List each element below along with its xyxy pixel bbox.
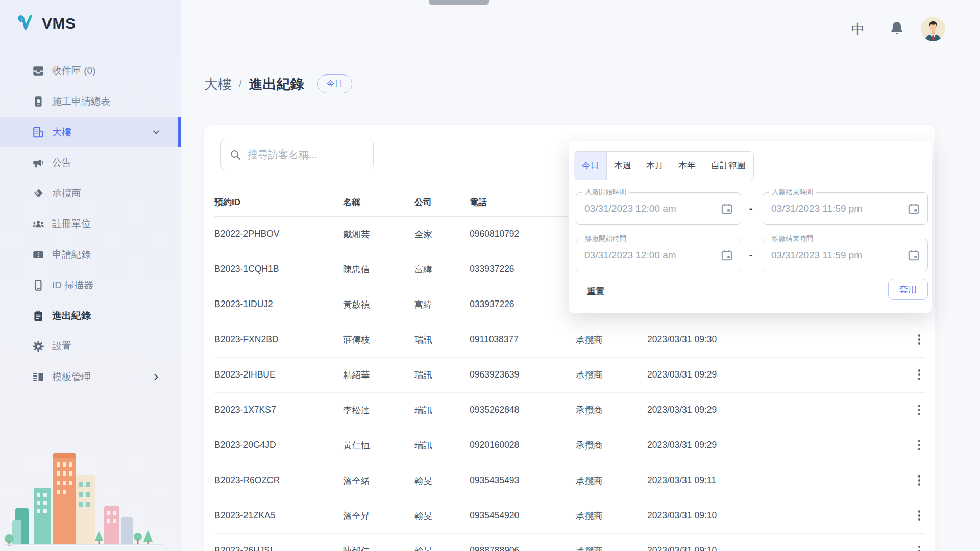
building-icon (32, 126, 45, 139)
col-name: 名稱 (343, 189, 414, 216)
col-reservation-id: 預約ID (214, 189, 343, 216)
row-actions-menu[interactable] (914, 333, 925, 346)
search-input[interactable] (248, 149, 365, 161)
row-actions-menu[interactable] (914, 368, 925, 382)
table-row: B2023-20G4JD黃仁恒瑞訊0920160028承攬商2023/03/31… (214, 428, 925, 463)
vms-app: VMS 收件匣 (0) 施工申請總表 大樓 公告 承攬商 (0, 0, 980, 551)
sidebar-item-announcements[interactable]: 公告 (0, 147, 181, 178)
handshake-icon (32, 187, 45, 200)
sidebar-item-construction-applications[interactable]: 施工申請總表 (0, 86, 181, 117)
exit-start-time-field[interactable]: 離廠開始時間 03/31/2023 12:00 am (576, 239, 741, 271)
table-row: B2023-FXN2BD莊傳枝瑞訊0911038377承攬商2023/03/31… (214, 322, 925, 357)
smartphone-icon (32, 279, 45, 292)
sidebar-item-access-records[interactable]: 進出紀錄 (0, 300, 181, 331)
page-header: 大樓 / 進出紀錄 今日 (204, 74, 352, 93)
brand-name: VMS (42, 15, 76, 32)
ticket-icon (32, 248, 45, 261)
tab-custom-range[interactable]: 自訂範圍 (703, 152, 753, 180)
sidebar-item-contractors[interactable]: 承攬商 (0, 178, 181, 209)
chevron-down-icon (151, 127, 161, 137)
calendar-icon[interactable] (720, 202, 733, 215)
sidebar-item-inbox[interactable]: 收件匣 (0) (0, 56, 181, 86)
vms-logo-icon (14, 13, 36, 34)
row-actions-menu[interactable] (914, 474, 925, 487)
sidebar-item-template-management[interactable]: 模板管理 (0, 362, 181, 392)
row-actions-menu[interactable] (914, 509, 925, 522)
breadcrumb-parent[interactable]: 大樓 (204, 75, 232, 93)
chevron-right-icon (151, 372, 161, 382)
inbox-icon (32, 64, 45, 78)
tab-this-year[interactable]: 本年 (671, 152, 703, 180)
apply-button[interactable]: 套用 (888, 279, 928, 300)
city-illustration (4, 444, 162, 551)
row-actions-menu[interactable] (914, 544, 925, 551)
col-company: 公司 (414, 189, 470, 216)
exit-end-time-field[interactable]: 離廠結束時間 03/31/2023 11:59 pm (763, 239, 928, 271)
table-row: B2023-R6OZCR溫全緒翰旻0935435493承攬商2023/03/31… (214, 463, 925, 498)
today-badge: 今日 (317, 74, 352, 93)
brand-logo: VMS (14, 13, 76, 34)
table-row: B2023-21ZKA5溫全昇翰旻0935454920承攬商2023/03/31… (214, 498, 925, 533)
construction-form-icon (32, 95, 45, 108)
entry-start-time-field[interactable]: 入廠開始時間 03/31/2023 12:00 am (576, 192, 741, 225)
row-actions-menu[interactable] (914, 439, 925, 452)
calendar-icon[interactable] (907, 248, 920, 262)
search-icon (229, 148, 241, 161)
entry-end-time-field[interactable]: 入廠結束時間 03/31/2023 11:59 pm (763, 192, 928, 225)
user-avatar[interactable] (921, 17, 945, 41)
visitor-search (220, 139, 374, 170)
language-button[interactable]: 中 (851, 20, 865, 38)
tab-today[interactable]: 今日 (574, 152, 607, 180)
col-phone: 電話 (470, 189, 576, 216)
calendar-icon[interactable] (907, 202, 920, 215)
table-row: B2023-2IHBUE粘紹華瑞訊0963923639承攬商2023/03/31… (214, 357, 925, 392)
table-row: B2023-1X7KS7李松達瑞訊0935262848承攬商2023/03/31… (214, 392, 925, 428)
notifications-bell-icon[interactable] (889, 20, 904, 36)
sidebar-nav: 收件匣 (0) 施工申請總表 大樓 公告 承攬商 註冊單位 (0, 56, 181, 392)
sidebar: VMS 收件匣 (0) 施工申請總表 大樓 公告 承攬商 (0, 0, 181, 551)
calendar-icon[interactable] (720, 248, 733, 262)
scrollbar-thumb-artifact (429, 0, 489, 5)
breadcrumb-separator: / (239, 78, 242, 90)
template-icon (32, 370, 45, 384)
gear-icon (32, 340, 45, 353)
date-filter-popup: 今日 本週 本月 本年 自訂範圍 入廠開始時間 03/31/2023 12:00… (569, 141, 932, 313)
range-dash: - (746, 249, 756, 261)
sidebar-item-application-records[interactable]: 申請紀錄 (0, 239, 181, 270)
reset-button[interactable]: 重置 (587, 286, 604, 297)
sidebar-item-settings[interactable]: 設置 (0, 331, 181, 362)
row-actions-menu[interactable] (914, 404, 925, 417)
people-group-icon (32, 217, 45, 231)
sidebar-item-building[interactable]: 大樓 (0, 117, 181, 147)
table-row: B2023-26HJSL陳郁仁翰旻0988788906承攬商2023/03/31… (214, 533, 925, 551)
range-dash: - (746, 203, 756, 214)
filter-range-tabs: 今日 本週 本月 本年 自訂範圍 (574, 151, 754, 180)
sidebar-item-registered-units[interactable]: 註冊單位 (0, 209, 181, 239)
page-title: 進出紀錄 (249, 75, 304, 93)
sidebar-item-id-scanner[interactable]: ID 掃描器 (0, 270, 181, 300)
tab-this-week[interactable]: 本週 (607, 152, 639, 180)
megaphone-icon (32, 156, 45, 169)
clipboard-icon (32, 309, 45, 322)
tab-this-month[interactable]: 本月 (639, 152, 671, 180)
